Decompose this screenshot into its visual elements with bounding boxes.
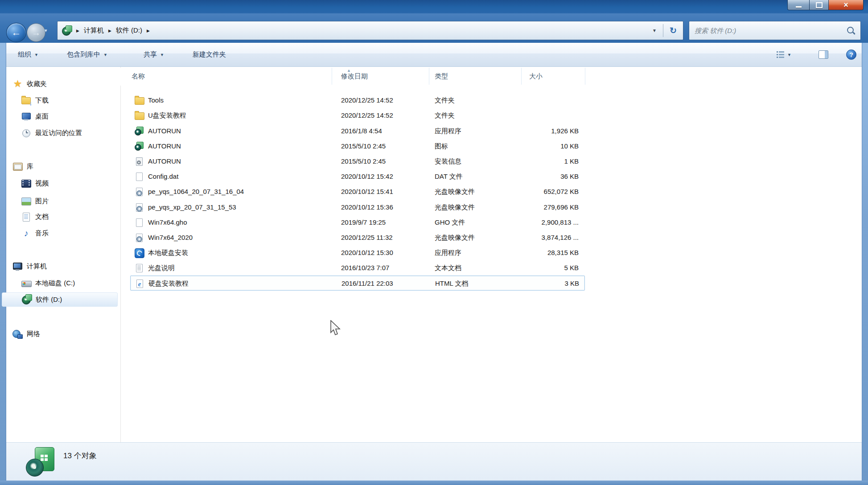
command-bar: 组织 ▼ 包含到库中 ▼ 共享 ▼ 新建文件夹 ▼ ? bbox=[6, 43, 862, 67]
file-name: pe_yqs_xp_20_07_31_15_53 bbox=[148, 200, 236, 215]
file-name: Win7x64.gho bbox=[148, 215, 187, 230]
sidebar-label: 下载 bbox=[35, 96, 49, 105]
file-row[interactable]: Tools 2020/12/25 14:52 文件夹 bbox=[130, 93, 585, 108]
close-button[interactable]: × bbox=[828, 0, 864, 10]
file-name: pe_yqs_1064_20_07_31_16_04 bbox=[148, 184, 244, 199]
file-size: 2,900,813 ... bbox=[491, 215, 579, 230]
file-row[interactable]: 本地硬盘安装 2020/10/12 15:30 应用程序 28,315 KB bbox=[130, 245, 585, 260]
column-header-type[interactable]: 类型 bbox=[430, 68, 522, 85]
file-name: AUTORUN bbox=[148, 139, 181, 154]
sidebar-item-recent-places[interactable]: 最近访问的位置 bbox=[21, 126, 82, 140]
back-button[interactable]: ← bbox=[6, 23, 26, 42]
file-row[interactable]: pe_yqs_1064_20_07_31_16_04 2020/10/12 15… bbox=[130, 184, 585, 199]
file-type: 安装信息 bbox=[435, 154, 461, 169]
recent-places-icon bbox=[21, 128, 31, 138]
sidebar-item-libraries[interactable]: 库 bbox=[12, 160, 33, 173]
refresh-button[interactable]: ↻ bbox=[663, 25, 683, 36]
sidebar-label: 最近访问的位置 bbox=[35, 129, 82, 137]
file-date: 2016/11/21 22:03 bbox=[341, 276, 393, 291]
sidebar-item-favorites[interactable]: ★ 收藏夹 bbox=[12, 77, 47, 90]
views-button[interactable]: ▼ bbox=[777, 43, 791, 66]
file-row-focused[interactable]: 硬盘安装教程 2016/11/21 22:03 HTML 文档 3 KB bbox=[130, 275, 585, 291]
views-icon bbox=[777, 51, 784, 58]
file-type: 文件夹 bbox=[435, 108, 455, 123]
file-size bbox=[491, 108, 579, 123]
share-button[interactable]: 共享 ▼ bbox=[144, 43, 164, 66]
sidebar-item-computer[interactable]: 计算机 bbox=[12, 259, 47, 273]
search-input[interactable] bbox=[689, 26, 846, 35]
help-button[interactable]: ? bbox=[846, 43, 856, 66]
sidebar-item-network[interactable]: 网络 bbox=[12, 327, 40, 341]
recent-pages-chevron-icon[interactable]: ▾ bbox=[45, 28, 47, 33]
preview-pane-button[interactable] bbox=[819, 43, 828, 66]
file-date: 2020/10/12 15:30 bbox=[341, 245, 393, 260]
desktop-icon bbox=[21, 111, 31, 122]
breadcrumb-arrow-icon[interactable]: ▶ bbox=[147, 29, 150, 33]
sidebar-item-documents[interactable]: 文档 bbox=[21, 210, 49, 223]
search-icon bbox=[846, 26, 856, 36]
file-row[interactable]: AUTORUN 2015/5/10 2:45 图标 10 KB bbox=[130, 139, 585, 154]
sidebar-item-downloads[interactable]: ↓ 下载 bbox=[21, 94, 49, 107]
file-size: 1 KB bbox=[491, 154, 579, 169]
sidebar-item-drive-d[interactable]: 软件 (D:) bbox=[2, 292, 118, 307]
file-date: 2016/1/8 4:54 bbox=[341, 123, 382, 139]
folder-icon bbox=[135, 112, 144, 120]
breadcrumb-item-drive[interactable]: 软件 (D:) bbox=[116, 26, 142, 35]
chevron-down-icon: ▼ bbox=[34, 53, 38, 57]
sidebar-label: 库 bbox=[27, 162, 33, 171]
file-row[interactable]: AUTORUN 2015/5/10 2:45 安装信息 1 KB bbox=[130, 154, 585, 169]
sidebar-item-music[interactable]: ♪ 音乐 bbox=[21, 226, 49, 240]
sidebar-label: 网络 bbox=[27, 330, 40, 338]
file-list[interactable]: Tools 2020/12/25 14:52 文件夹 U盘安装教程 2020/1… bbox=[121, 86, 862, 442]
include-in-library-label: 包含到库中 bbox=[67, 50, 100, 59]
sidebar-label: 视频 bbox=[35, 179, 49, 188]
setup-info-icon bbox=[135, 157, 144, 166]
minimize-button[interactable] bbox=[787, 0, 809, 10]
preview-pane-icon bbox=[819, 50, 828, 59]
column-header-name[interactable]: 名称 bbox=[120, 68, 332, 85]
file-type: GHO 文件 bbox=[435, 215, 465, 230]
title-bar[interactable] bbox=[0, 0, 868, 13]
file-icon bbox=[135, 172, 144, 181]
forward-button[interactable]: → bbox=[27, 23, 45, 42]
sidebar-item-videos[interactable]: 视频 bbox=[21, 177, 49, 190]
sidebar-item-desktop[interactable]: 桌面 bbox=[21, 110, 49, 123]
file-date: 2020/10/12 15:36 bbox=[341, 200, 393, 215]
sidebar-label: 音乐 bbox=[35, 229, 49, 238]
file-row[interactable]: Win7x64_2020 2020/12/25 11:32 光盘映像文件 3,8… bbox=[130, 230, 585, 245]
file-row[interactable]: Win7x64.gho 2019/9/7 19:25 GHO 文件 2,900,… bbox=[130, 215, 585, 230]
file-type: 文件夹 bbox=[435, 93, 455, 108]
file-row[interactable]: U盘安装教程 2020/12/25 14:52 文件夹 bbox=[130, 108, 585, 123]
file-row[interactable]: 光盘说明 2016/10/23 7:07 文本文档 5 KB bbox=[130, 260, 585, 275]
column-header-row: ▲ 名称 修改日期 类型 大小 bbox=[120, 68, 862, 86]
include-in-library-button[interactable]: 包含到库中 ▼ bbox=[67, 43, 107, 66]
sidebar-item-local-disk-c[interactable]: 本地磁盘 (C:) bbox=[21, 276, 75, 290]
breadcrumb-item-computer[interactable]: 计算机 bbox=[84, 26, 104, 35]
breadcrumb-arrow-icon[interactable]: ▶ bbox=[108, 29, 111, 33]
organize-button[interactable]: 组织 ▼ bbox=[18, 43, 38, 66]
application-icon bbox=[135, 248, 144, 258]
file-row[interactable]: Config.dat 2020/10/12 15:42 DAT 文件 36 KB bbox=[130, 169, 585, 184]
maximize-button[interactable] bbox=[809, 0, 828, 10]
column-header-size[interactable]: 大小 bbox=[522, 68, 585, 85]
column-header-date[interactable]: 修改日期 bbox=[333, 68, 429, 85]
file-type: HTML 文档 bbox=[435, 276, 468, 291]
address-bar[interactable]: ▶ 计算机 ▶ 软件 (D:) ▶ ▼ ↻ bbox=[57, 21, 683, 40]
address-dropdown-icon[interactable]: ▼ bbox=[652, 28, 657, 33]
disc-image-icon bbox=[135, 233, 144, 242]
network-icon bbox=[12, 329, 23, 339]
documents-icon bbox=[21, 212, 31, 222]
file-size: 1,926 KB bbox=[491, 123, 579, 139]
disc-image-icon bbox=[135, 187, 144, 196]
file-name: AUTORUN bbox=[148, 154, 181, 169]
file-name: 本地硬盘安装 bbox=[148, 245, 188, 260]
file-row[interactable]: pe_yqs_xp_20_07_31_15_53 2020/10/12 15:3… bbox=[130, 200, 585, 215]
new-folder-button[interactable]: 新建文件夹 bbox=[193, 43, 226, 66]
chevron-down-icon: ▼ bbox=[103, 53, 107, 57]
computer-icon bbox=[12, 261, 23, 271]
chevron-down-icon: ▼ bbox=[160, 53, 164, 57]
local-disk-icon bbox=[21, 278, 31, 288]
sidebar-item-pictures[interactable]: 图片 bbox=[21, 194, 49, 208]
sidebar-label: 桌面 bbox=[35, 112, 49, 121]
file-row[interactable]: AUTORUN 2016/1/8 4:54 应用程序 1,926 KB bbox=[130, 123, 585, 139]
